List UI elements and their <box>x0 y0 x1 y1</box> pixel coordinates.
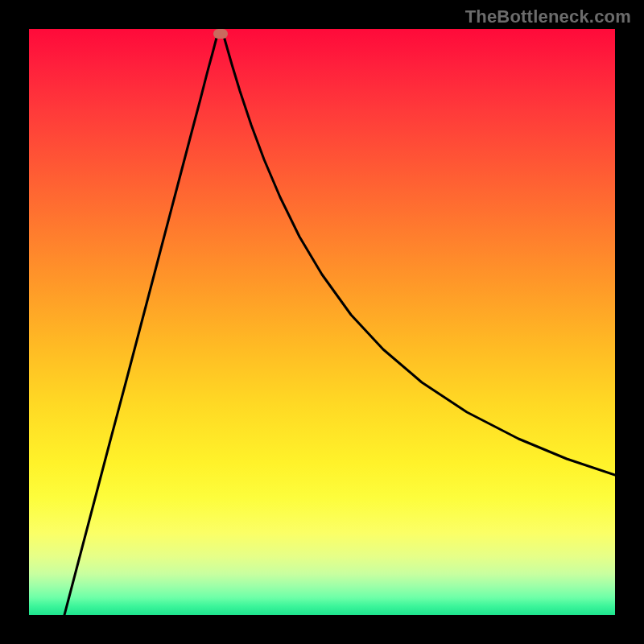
curve-right-branch <box>222 29 616 475</box>
watermark-text: TheBottleneck.com <box>465 6 631 27</box>
chart-frame: TheBottleneck.com <box>0 0 644 644</box>
curve-left-branch <box>64 29 220 615</box>
min-marker <box>213 29 228 39</box>
plot-area <box>29 29 615 615</box>
bottleneck-curve <box>29 29 615 615</box>
